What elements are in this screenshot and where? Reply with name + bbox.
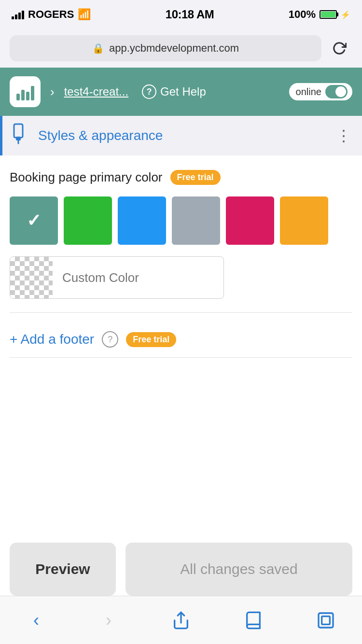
section-title: Styles & appearance <box>38 128 336 143</box>
custom-color-row <box>10 256 224 299</box>
back-button[interactable]: ‹ <box>17 601 56 640</box>
preview-button[interactable]: Preview <box>10 543 116 596</box>
lock-icon: 🔒 <box>92 42 104 54</box>
app-header: › test4-creat... ? Get Help online <box>0 68 362 116</box>
breadcrumb-link[interactable]: test4-creat... <box>64 85 128 98</box>
online-toggle[interactable]: online <box>289 83 352 100</box>
svg-rect-4 <box>319 613 333 628</box>
bolt-icon: ⚡ <box>341 10 350 19</box>
reload-button[interactable] <box>326 35 352 61</box>
footer-free-trial-badge: Free trial <box>126 332 176 347</box>
address-bar: 🔒 app.ycbmdevelopment.com <box>0 29 362 68</box>
url-box[interactable]: 🔒 app.ycbmdevelopment.com <box>10 35 321 61</box>
toggle-knob[interactable] <box>325 85 348 98</box>
help-label: Get Help <box>160 85 206 98</box>
bookmarks-button[interactable] <box>234 601 273 640</box>
section-header: Styles & appearance ⋮ <box>0 116 362 155</box>
share-button[interactable] <box>162 601 200 640</box>
url-text: app.ycbmdevelopment.com <box>109 42 239 55</box>
add-footer-link[interactable]: + Add a footer <box>10 332 94 347</box>
carrier-label: ROGERS <box>28 8 74 21</box>
color-swatches <box>10 196 352 245</box>
color-label-row: Booking page primary color Free trial <box>10 170 352 185</box>
battery-percent-label: 100% <box>289 8 316 21</box>
help-section[interactable]: ? Get Help <box>142 84 206 99</box>
logo-icon <box>16 83 34 100</box>
custom-color-input[interactable] <box>53 270 224 285</box>
color-free-trial-badge: Free trial <box>170 170 221 185</box>
help-icon: ? <box>142 84 156 99</box>
tabs-button[interactable] <box>306 601 345 640</box>
color-swatch-2[interactable] <box>64 196 112 245</box>
signal-icon <box>12 10 24 19</box>
wifi-icon: 📶 <box>78 8 91 21</box>
more-options-button[interactable]: ⋮ <box>336 126 352 145</box>
main-content: Booking page primary color Free trial + … <box>0 155 362 386</box>
status-left: ROGERS 📶 <box>12 8 91 21</box>
color-swatch-6[interactable] <box>280 196 328 245</box>
add-footer-row: + Add a footer ? Free trial <box>10 326 352 352</box>
color-swatch-4[interactable] <box>172 196 220 245</box>
share-icon <box>171 611 191 630</box>
bottom-nav: ‹ › <box>0 596 362 644</box>
all-changes-saved-button: All changes saved <box>125 543 352 596</box>
divider-1 <box>10 312 352 313</box>
divider-2 <box>10 357 352 358</box>
color-swatch-5[interactable] <box>226 196 274 245</box>
color-swatch-3[interactable] <box>118 196 166 245</box>
status-right: 100% ⚡ <box>289 8 350 21</box>
bottom-buttons: Preview All changes saved <box>0 543 362 596</box>
color-section-label: Booking page primary color <box>10 170 163 185</box>
svg-rect-0 <box>14 124 23 138</box>
forward-button[interactable]: › <box>89 601 128 640</box>
breadcrumb-chevron: › <box>50 84 55 99</box>
paint-icon <box>12 123 30 149</box>
app-logo[interactable] <box>10 76 41 107</box>
custom-color-preview <box>10 256 53 299</box>
online-label: online <box>296 86 321 98</box>
svg-rect-5 <box>322 616 330 624</box>
time-label: 10:18 AM <box>166 8 214 21</box>
status-bar: ROGERS 📶 10:18 AM 100% ⚡ <box>0 0 362 29</box>
battery-icon <box>320 10 337 19</box>
tabs-icon <box>316 611 335 630</box>
footer-help-icon[interactable]: ? <box>102 331 118 348</box>
color-swatch-1[interactable] <box>10 196 58 245</box>
book-icon <box>244 611 263 630</box>
